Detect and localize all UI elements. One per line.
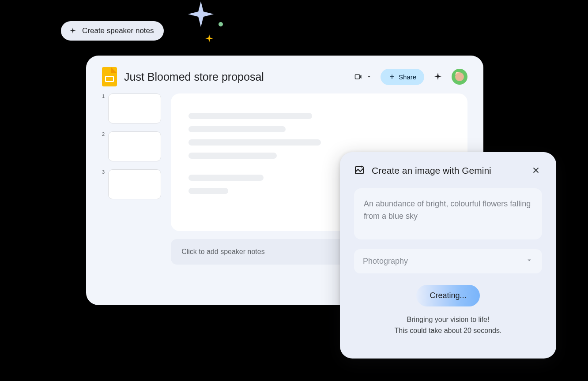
chip-label: Create speaker notes	[82, 26, 154, 35]
image-style-select[interactable]: Photography	[354, 249, 542, 273]
create-speaker-notes-chip[interactable]: Create speaker notes	[61, 21, 164, 41]
thumb-number: 2	[102, 131, 105, 137]
sparkle-decoration-icon	[185, 0, 216, 31]
placeholder-line	[188, 139, 321, 146]
placeholder-line	[188, 153, 277, 159]
slide-thumbnail[interactable]	[108, 131, 161, 161]
chevron-down-icon	[525, 256, 533, 266]
speaker-notes-placeholder: Click to add speaker notes	[181, 248, 265, 255]
dot-decoration-icon	[219, 22, 223, 26]
image-generate-icon	[354, 164, 365, 177]
thumb-number: 3	[102, 169, 105, 175]
thumb-number: 1	[102, 93, 105, 99]
gemini-panel-header: Create an image with Gemini	[354, 164, 542, 177]
present-video-button[interactable]	[353, 72, 372, 81]
creating-status-text: Bringing your vision to life! This could…	[354, 314, 542, 336]
slide-thumbnail-item[interactable]: 3	[102, 169, 161, 199]
creating-status-button: Creating...	[416, 285, 479, 306]
gemini-sparkle-icon[interactable]	[433, 72, 443, 82]
image-prompt-input[interactable]: An abundance of bright, colourful flower…	[354, 188, 542, 239]
image-style-selected: Photography	[363, 257, 408, 266]
placeholder-line	[188, 126, 286, 132]
share-button[interactable]: Share	[381, 69, 424, 85]
close-button[interactable]	[530, 164, 542, 177]
sparkle-small-decoration-icon	[204, 34, 215, 44]
slide-thumbnail-item[interactable]: 1	[102, 93, 161, 123]
account-avatar[interactable]	[452, 69, 467, 85]
placeholder-line	[188, 188, 228, 194]
slide-thumbnail[interactable]	[108, 169, 161, 199]
share-button-label: Share	[399, 73, 416, 81]
video-camera-icon	[353, 72, 364, 81]
google-slides-logo-icon	[102, 67, 117, 86]
status-line-1: Bringing your vision to life!	[354, 314, 542, 325]
gemini-image-panel: Create an image with Gemini An abundance…	[340, 152, 556, 359]
placeholder-line	[188, 113, 312, 119]
creating-label: Creating...	[430, 291, 466, 300]
image-prompt-text: An abundance of bright, colourful flower…	[364, 199, 531, 220]
header-actions: Share	[353, 69, 467, 85]
gemini-panel-title: Create an image with Gemini	[372, 165, 523, 176]
slide-thumbnail[interactable]	[108, 93, 161, 123]
placeholder-line	[188, 175, 264, 181]
status-line-2: This could take about 20 seconds.	[354, 325, 542, 336]
plus-icon	[388, 73, 396, 80]
document-title[interactable]: Just Bloomed store proposal	[124, 71, 346, 83]
sparkle-icon	[69, 27, 77, 35]
svg-rect-0	[355, 75, 359, 79]
slides-header: Just Bloomed store proposal Share	[86, 56, 483, 91]
chevron-down-icon	[366, 74, 372, 79]
close-icon	[531, 165, 541, 175]
slide-thumbnails: 1 2 3	[102, 93, 161, 303]
slide-thumbnail-item[interactable]: 2	[102, 131, 161, 161]
